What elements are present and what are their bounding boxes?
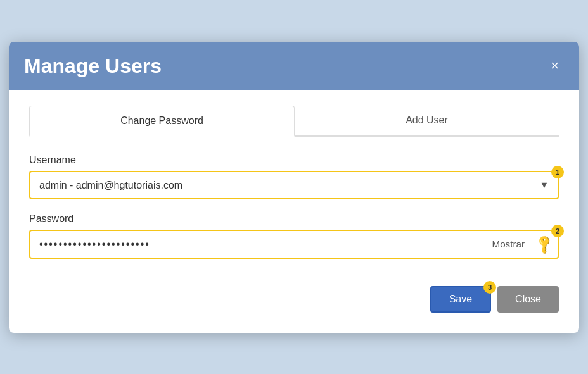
username-label: Username xyxy=(29,154,559,166)
modal-body: Change Password Add User Username admin … xyxy=(9,90,579,333)
password-label: Password xyxy=(29,213,559,225)
tab-bar: Change Password Add User xyxy=(29,106,559,137)
modal-title: Manage Users xyxy=(24,54,162,78)
password-actions: Mostrar 🔑 xyxy=(486,231,558,257)
username-input-wrapper: admin - admin@hgtutoriais.com ▼ 1 xyxy=(29,171,559,199)
username-badge: 1 xyxy=(551,166,564,178)
close-button[interactable]: Close xyxy=(497,286,559,313)
key-icon-button[interactable]: 🔑 xyxy=(531,234,558,254)
tab-change-password[interactable]: Change Password xyxy=(29,106,295,137)
chevron-down-icon: ▼ xyxy=(540,180,558,190)
show-password-button[interactable]: Mostrar xyxy=(486,231,531,257)
tab-add-user[interactable]: Add User xyxy=(295,106,559,135)
modal-header: Manage Users × xyxy=(9,42,579,90)
manage-users-modal: Manage Users × Change Password Add User … xyxy=(9,42,579,333)
save-badge: 3 xyxy=(483,281,496,294)
username-select[interactable]: admin - admin@hgtutoriais.com xyxy=(30,172,540,198)
close-icon-button[interactable]: × xyxy=(546,56,564,75)
save-button[interactable]: Save 3 xyxy=(430,286,491,313)
footer: Save 3 Close xyxy=(29,286,559,313)
key-icon: 🔑 xyxy=(533,233,555,255)
password-field-group: Password Mostrar 🔑 2 xyxy=(29,213,559,259)
divider xyxy=(29,273,559,273)
password-input[interactable] xyxy=(30,231,486,258)
username-field-group: Username admin - admin@hgtutoriais.com ▼… xyxy=(29,154,559,199)
password-input-wrapper: Mostrar 🔑 2 xyxy=(29,230,559,259)
password-badge: 2 xyxy=(551,225,564,237)
